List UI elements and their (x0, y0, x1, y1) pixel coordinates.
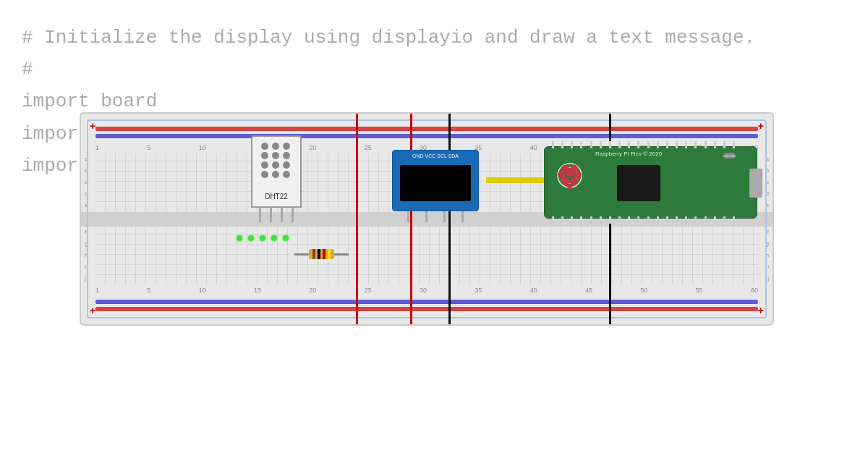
dht22-body: DHT22 (251, 135, 302, 208)
oled-pins (392, 211, 479, 222)
corner-plus-tl: + (90, 121, 95, 132)
dht22-label: DHT22 (252, 193, 300, 200)
led-3 (260, 235, 265, 241)
oled-display: GND VCC SCL SDA (392, 150, 479, 222)
top-blue-rail (95, 134, 758, 138)
code-line-1: # Initialize the display using displayio… (22, 22, 846, 54)
oled-screen (400, 165, 471, 201)
hole-area-bottom (95, 227, 758, 284)
dht22-sensor: DHT22 (247, 135, 305, 229)
oled-pins-label: GND VCC SCL SDA (393, 153, 478, 159)
corner-plus-bl: + (90, 305, 95, 317)
raspberry-pi-pico: Raspberry Pi Pico © 2020 BOOTSEL (544, 146, 761, 226)
pico-bootsel-button: BOOTSEL (724, 153, 735, 159)
svg-point-4 (558, 172, 566, 180)
led-1 (237, 235, 242, 241)
pico-label: Raspberry Pi Pico © 2020 (595, 151, 662, 157)
row-labels-right-bottom: f g h i j (766, 227, 769, 284)
oled-board: GND VCC SCL SDA (392, 150, 479, 211)
bottom-red-rail (95, 307, 758, 311)
svg-rect-9 (568, 184, 572, 190)
led-row (237, 235, 289, 241)
svg-point-6 (574, 172, 582, 180)
corner-plus-tr: + (758, 121, 764, 132)
resistor (294, 249, 349, 259)
pico-pins-bottom (552, 216, 735, 224)
row-labels-right-top: a b c d e (766, 153, 769, 211)
corner-plus-br: + (758, 305, 764, 317)
led-2 (248, 235, 254, 241)
pico-pins-top (552, 141, 735, 148)
dht22-pins (247, 208, 305, 222)
row-labels-left: a b c d e (85, 153, 88, 211)
led-5 (283, 235, 289, 241)
led-4 (271, 235, 277, 241)
col-numbers-bottom: 1 5 10 15 20 25 30 35 40 45 50 55 60 (95, 287, 758, 294)
breadboard: 1 5 10 15 20 25 30 35 40 45 50 55 60 1 5… (80, 112, 774, 326)
code-line-7: # (22, 54, 846, 85)
svg-point-5 (566, 169, 574, 177)
row-labels-left-bottom: f g h i j (85, 227, 88, 284)
bottom-blue-rail (95, 300, 758, 304)
pico-usb-connector (749, 169, 762, 198)
dht22-grill (261, 143, 292, 178)
wire-red-1 (356, 114, 358, 324)
breadboard-wrapper: 1 5 10 15 20 25 30 35 40 45 50 55 60 1 5… (80, 112, 774, 326)
top-red-rail (95, 127, 758, 131)
raspberry-logo-icon (553, 156, 586, 195)
pico-chip (617, 165, 660, 201)
pico-board: Raspberry Pi Pico © 2020 BOOTSEL (544, 146, 757, 219)
